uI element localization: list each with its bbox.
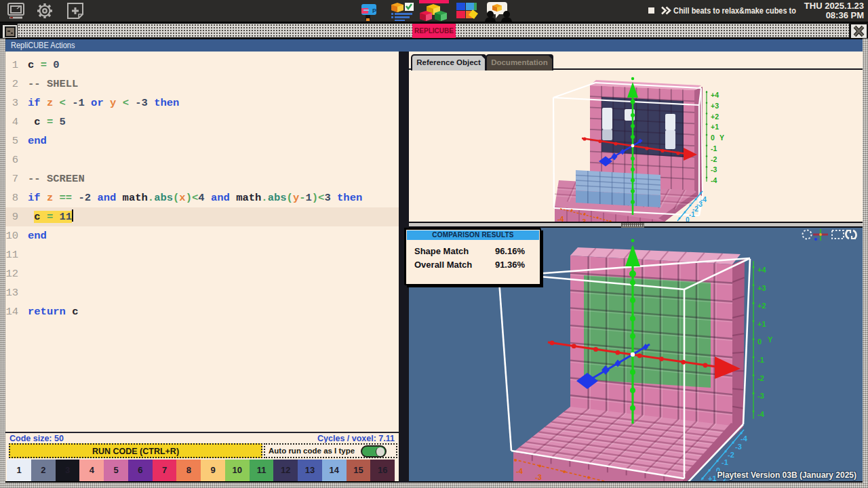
- svg-text:-4: -4: [516, 467, 524, 475]
- svg-text:-4: -4: [557, 215, 564, 222]
- svg-text:-4: -4: [757, 410, 765, 418]
- svg-text:-2: -2: [711, 155, 717, 163]
- svg-text:-1: -1: [722, 458, 728, 466]
- svg-text:+1: +1: [757, 320, 766, 328]
- svg-text:-3: -3: [535, 473, 542, 481]
- svg-text:-4: -4: [711, 176, 717, 184]
- svg-text:+1: +1: [708, 474, 717, 481]
- svg-text:-4: -4: [741, 434, 748, 443]
- svg-text:-2: -2: [728, 451, 734, 459]
- svg-text:-3: -3: [757, 392, 764, 400]
- svg-text:+1: +1: [711, 123, 719, 131]
- svg-text:P: P: [372, 7, 376, 14]
- svg-text:0: 0: [757, 338, 762, 346]
- svg-text:+4: +4: [711, 91, 719, 99]
- svg-text:+3: +3: [711, 102, 719, 110]
- svg-text:-3: -3: [735, 443, 742, 451]
- svg-text:-1: -1: [711, 144, 717, 152]
- svg-text:+2: +2: [757, 302, 766, 310]
- svg-text:-2: -2: [757, 374, 764, 382]
- svg-text:Y: Y: [719, 134, 724, 142]
- svg-text:+4: +4: [757, 266, 766, 274]
- svg-text:-1: -1: [757, 356, 764, 364]
- svg-text:-4: -4: [701, 196, 707, 203]
- svg-text:+3: +3: [757, 284, 766, 292]
- svg-text:+2: +2: [711, 113, 719, 121]
- svg-text:-3: -3: [711, 165, 717, 174]
- svg-text:Y: Y: [768, 336, 773, 344]
- svg-text:0: 0: [711, 134, 715, 142]
